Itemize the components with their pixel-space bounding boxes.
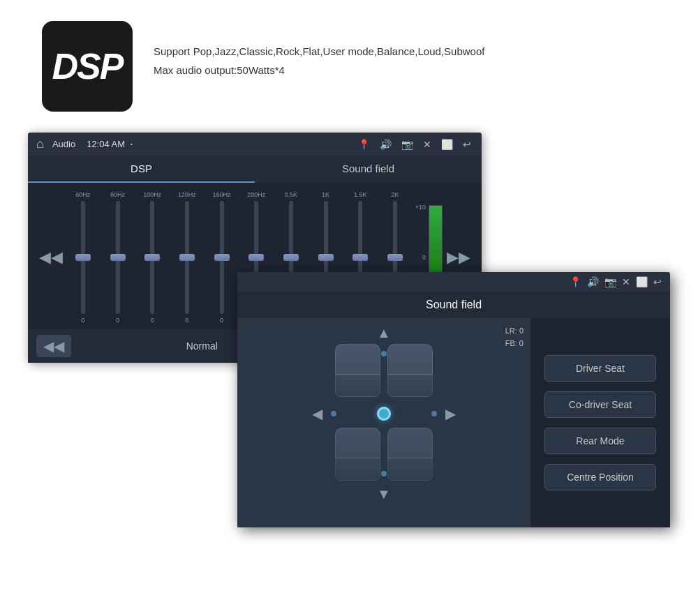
- eq-band-80hz: 80Hz 0: [102, 191, 134, 324]
- eq-track-160hz[interactable]: [220, 201, 224, 314]
- seats-row: ◀: [312, 344, 456, 483]
- sf-camera-icon: 📷: [604, 276, 616, 287]
- screen-sound: 📍 🔊 📷 ✕ ⬜ ↩ Sound field LR: 0 FB: 0 ▲ ◀: [237, 272, 670, 527]
- status-bar: ⌂ Audio 12:04 AM • 📍 🔊 📷 ✕ ⬜ ↩: [28, 133, 482, 156]
- car-seats-container: [328, 344, 440, 483]
- seat-front-left: [335, 344, 380, 400]
- dsp-info-line1: Support Pop,Jazz,Classic,Rock,Flat,User …: [154, 42, 484, 61]
- eq-value-100hz: 0: [151, 317, 154, 324]
- center-dot[interactable]: [377, 407, 391, 421]
- sound-content: LR: 0 FB: 0 ▲ ◀: [237, 318, 670, 527]
- eq-track-120hz[interactable]: [185, 201, 189, 314]
- dot-top: [381, 351, 387, 356]
- eq-label-1-5k: 1.5K: [354, 191, 367, 198]
- sound-right-arrow[interactable]: ▶: [445, 405, 456, 422]
- screens-container: ⌂ Audio 12:04 AM • 📍 🔊 📷 ✕ ⬜ ↩ DSP Sound…: [28, 133, 670, 433]
- eq-thumb-1-5k[interactable]: [352, 254, 368, 261]
- sound-field-buttons: Driver Seat Co-driver Seat Rear Mode Cen…: [530, 318, 670, 527]
- seat-diagram: LR: 0 FB: 0 ▲ ◀: [237, 318, 530, 527]
- sound-up-arrow[interactable]: ▲: [377, 325, 391, 341]
- eq-thumb-60hz[interactable]: [75, 254, 91, 261]
- status-time: 12:04 AM: [87, 139, 125, 149]
- eq-band-100hz: 100Hz 0: [136, 191, 168, 324]
- seat-back-rr: [387, 428, 433, 458]
- volume-icon: 🔊: [380, 139, 392, 150]
- dsp-info-line2: Max audio output:50Watts*4: [154, 61, 484, 80]
- eq-value-80hz: 0: [116, 317, 119, 324]
- tab-sound-field[interactable]: Sound field: [255, 156, 482, 183]
- scale-mid: 0: [422, 254, 426, 261]
- eq-thumb-120hz[interactable]: [179, 254, 195, 261]
- seat-cushion-fl: [335, 375, 380, 397]
- seat-front-right: [387, 344, 433, 400]
- eq-band-160hz: 160Hz 0: [206, 191, 238, 324]
- scale-top: +10: [415, 204, 426, 211]
- seat-cushion-fr: [387, 375, 433, 397]
- eq-prev-button[interactable]: ◀◀: [35, 248, 67, 266]
- lr-value: LR: 0: [505, 325, 524, 338]
- eq-thumb-0-5k[interactable]: [283, 254, 299, 261]
- seat-back-fr: [387, 344, 433, 375]
- rear-mode-button[interactable]: Rear Mode: [544, 428, 656, 454]
- eq-thumb-2k[interactable]: [387, 254, 403, 261]
- eq-value-120hz: 0: [185, 317, 188, 324]
- sound-field-title: Sound field: [237, 292, 670, 318]
- dot-left: [331, 411, 336, 416]
- sf-close-icon[interactable]: ✕: [622, 276, 630, 287]
- sound-left-arrow[interactable]: ◀: [312, 405, 322, 422]
- status-bar2: 📍 🔊 📷 ✕ ⬜ ↩: [237, 272, 670, 292]
- centre-position-button[interactable]: Centre Position: [544, 464, 656, 490]
- eq-value-160hz: 0: [220, 317, 223, 324]
- dsp-info: Support Pop,Jazz,Classic,Rock,Flat,User …: [154, 21, 484, 80]
- dsp-logo: DSP: [42, 21, 133, 112]
- dot-right: [431, 411, 437, 416]
- eq-track-60hz[interactable]: [81, 201, 85, 314]
- seat-cushion-rr: [387, 458, 433, 481]
- mode-prev-button[interactable]: ◀◀: [36, 335, 71, 357]
- sf-window-icon[interactable]: ⬜: [636, 276, 648, 287]
- eq-label-200hz: 200Hz: [247, 191, 265, 198]
- lr-fb-info: LR: 0 FB: 0: [505, 325, 524, 350]
- eq-band-120hz: 120Hz 0: [171, 191, 203, 324]
- eq-thumb-160hz[interactable]: [214, 254, 230, 261]
- tab-dsp[interactable]: DSP: [28, 156, 255, 183]
- dot-bottom: [381, 471, 387, 476]
- eq-label-160hz: 160Hz: [213, 191, 231, 198]
- eq-track-80hz[interactable]: [116, 201, 120, 314]
- eq-label-100hz: 100Hz: [143, 191, 161, 198]
- fb-value: FB: 0: [505, 338, 524, 350]
- seat-rear-right: [387, 428, 433, 483]
- seat-back-fl: [335, 344, 380, 375]
- co-driver-seat-button[interactable]: Co-driver Seat: [544, 391, 656, 418]
- eq-label-80hz: 80Hz: [110, 191, 125, 198]
- eq-next-button[interactable]: ▶▶: [443, 248, 475, 266]
- eq-label-120hz: 120Hz: [178, 191, 196, 198]
- eq-thumb-1k[interactable]: [318, 254, 334, 261]
- dsp-logo-text: DSP: [52, 45, 123, 87]
- seat-rear-left: [335, 428, 380, 483]
- app-title: Audio: [52, 139, 75, 149]
- eq-thumb-100hz[interactable]: [144, 254, 160, 261]
- eq-band-60hz: 60Hz 0: [67, 191, 99, 324]
- back-icon[interactable]: ↩: [463, 139, 471, 150]
- eq-label-2k: 2K: [391, 191, 399, 198]
- sound-down-arrow[interactable]: ▼: [377, 486, 391, 502]
- eq-label-1k: 1K: [322, 191, 329, 198]
- home-icon[interactable]: ⌂: [36, 137, 44, 151]
- eq-label-60hz: 60Hz: [75, 191, 90, 198]
- scale-midline: [429, 257, 442, 258]
- eq-thumb-80hz[interactable]: [110, 254, 126, 261]
- top-info-section: DSP Support Pop,Jazz,Classic,Rock,Flat,U…: [0, 0, 698, 126]
- eq-track-100hz[interactable]: [150, 201, 154, 314]
- seat-back-rl: [335, 428, 380, 458]
- sf-volume-icon: 🔊: [587, 276, 599, 287]
- eq-label-0-5k: 0.5K: [285, 191, 298, 198]
- sf-back-icon[interactable]: ↩: [653, 276, 662, 287]
- eq-thumb-200hz[interactable]: [248, 254, 264, 261]
- close-icon[interactable]: ✕: [423, 139, 431, 150]
- eq-value-60hz: 0: [81, 317, 84, 324]
- window-icon[interactable]: ⬜: [441, 139, 453, 150]
- driver-seat-button[interactable]: Driver Seat: [544, 355, 656, 382]
- status-dot: •: [131, 141, 133, 147]
- tabs: DSP Sound field: [28, 156, 482, 183]
